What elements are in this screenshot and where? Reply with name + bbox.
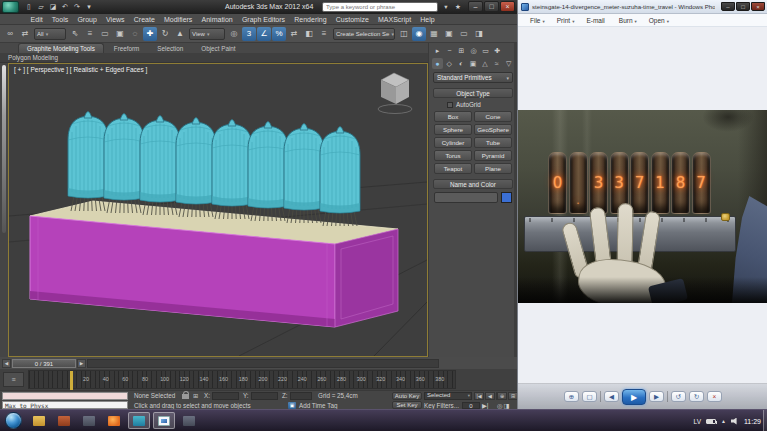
ribbon-tab[interactable]: Graphite Modeling Tools [18,43,104,53]
quick-access-icon[interactable]: ▯ [24,1,34,12]
toolbar-icon[interactable]: ∞ [3,27,17,41]
toolbar-icon[interactable]: ◎ [227,27,241,41]
menu-item[interactable]: Edit [26,16,47,23]
category-icon[interactable]: ◐ [456,58,467,69]
object-name-field[interactable] [434,192,498,203]
taskbar-item-photo-viewer[interactable] [153,412,175,429]
add-time-tag[interactable]: Add Time Tag [299,402,337,409]
show-desktop-button[interactable] [763,410,767,431]
next-button[interactable]: ▶ [649,391,664,402]
command-panel-tab-icon[interactable]: ▸ [432,45,443,56]
primitive-button[interactable]: Cylinder [434,137,472,148]
selection-lock-icon[interactable] [182,394,189,399]
primitive-button[interactable]: Tube [474,137,512,148]
infocenter-search-input[interactable] [322,2,438,12]
minimize-button[interactable]: – [468,1,483,12]
close-button[interactable]: × [751,2,765,11]
volume-icon[interactable] [731,418,739,425]
photo-viewer-menu-item[interactable]: Open▾ [643,17,675,24]
macro-recorder-field[interactable] [2,392,128,400]
x-coordinate-field[interactable] [212,392,239,400]
minimize-button[interactable]: – [721,2,735,11]
named-selection-set-dropdown[interactable]: Create Selection Se▾ [333,28,395,40]
start-button[interactable] [5,412,22,429]
toolbar-icon[interactable]: ▭ [98,27,112,41]
taskbar-item-app-2[interactable] [178,412,200,429]
menu-item[interactable]: MAXScript [373,16,415,23]
viewport-nav-button[interactable]: ◎ [497,402,503,409]
menu-item[interactable]: Animation [197,16,237,23]
toolbar-icon[interactable]: ↻ [158,27,172,41]
menu-item[interactable]: Tools [47,16,73,23]
ribbon-tab[interactable]: Object Paint [193,44,243,53]
slideshow-button[interactable]: ▶ [622,389,646,405]
infocenter-icon[interactable]: ★ [453,2,463,12]
key-filters-button[interactable]: Key Filters... [424,402,459,409]
command-panel-tab-icon[interactable]: ✚ [492,45,503,56]
rotate-cw-button[interactable]: ↻ [689,391,704,402]
absolute-mode-icon[interactable]: ⊞ [193,392,198,399]
previous-button[interactable]: ◀ [604,391,619,402]
actual-size-icon[interactable]: ▢ [582,391,597,402]
taskbar-item-media-player[interactable] [53,412,75,429]
quick-access-icon[interactable]: ▾ [84,1,94,12]
category-icon[interactable]: ▣ [468,58,479,69]
tray-expand-icon[interactable]: ▲ [721,418,726,424]
maximize-button[interactable]: □ [736,2,750,11]
next-frame-button[interactable]: ▶ [77,359,86,368]
maxscript-mini-listener[interactable]: Max to Physx [2,401,128,409]
command-panel-tab-icon[interactable]: ▭ [480,45,491,56]
z-coordinate-field[interactable] [290,392,312,400]
toolbar-icon[interactable]: ⇖ [68,27,82,41]
command-panel-tab-icon[interactable]: ⊞ [456,45,467,56]
time-slider-track[interactable] [87,359,439,368]
infocenter-icon[interactable]: ▾ [441,2,451,12]
toolbar-icon[interactable]: 3 [242,27,256,41]
menu-item[interactable]: Create [129,16,159,23]
maximize-button[interactable]: □ [484,1,499,12]
taskbar-item-3dsmax[interactable] [128,412,150,429]
toolbar-icon[interactable]: ▣ [113,27,127,41]
menu-item[interactable]: Customize [331,16,373,23]
previous-frame-button[interactable]: ◀ [2,359,11,368]
toolbar-icon[interactable]: ▣ [442,27,456,41]
toolbar-icon[interactable]: ▦ [427,27,441,41]
toolbar-icon[interactable]: ⇄ [287,27,301,41]
toolbar-icon[interactable]: ⇄ [18,27,32,41]
category-icon[interactable]: ≈ [491,58,502,69]
toolbar-icon[interactable]: ≡ [317,27,331,41]
photo-viewer-menu-item[interactable]: File▾ [524,17,551,24]
taskbar-item-firefox[interactable] [103,412,125,429]
playback-button[interactable]: ▶| [482,402,488,409]
toolbar-icon[interactable]: ▭ [457,27,471,41]
playback-button[interactable]: |◀ [474,392,484,400]
category-icon[interactable]: ▽ [503,58,514,69]
ribbon-tab[interactable]: Freeform [106,44,148,53]
viewport-label[interactable]: [ + ] [ Perspective ] [ Realistic + Edge… [14,66,147,73]
menu-item[interactable]: Help [416,16,440,23]
battery-icon[interactable] [706,419,716,424]
mini-curve-editor-button[interactable]: ≡ [3,372,24,387]
primitive-button[interactable]: Plane [474,163,512,174]
toolbar-icon[interactable]: ◫ [397,27,411,41]
menu-item[interactable]: Group [73,16,102,23]
photo-viewer-menu-item[interactable]: E-mail [580,17,612,24]
primitive-button[interactable]: Cone [474,111,512,122]
menu-item[interactable]: Modifiers [159,16,197,23]
rotate-ccw-button[interactable]: ↺ [671,391,686,402]
3dsmax-application-button[interactable] [2,1,19,13]
toolbar-icon[interactable]: % [272,27,286,41]
menu-item[interactable]: Graph Editors [237,16,289,23]
quick-access-icon[interactable]: ◪ [48,1,58,12]
primitive-button[interactable]: Teapot [434,163,472,174]
object-type-rollout-header[interactable]: Object Type [433,88,513,98]
photo-viewer-menu-item[interactable]: Burn▾ [613,17,643,24]
taskbar-item-explorer[interactable] [28,412,50,429]
menu-item[interactable]: Views [101,16,129,23]
time-slider-handle[interactable]: 0 / 391 [12,359,76,368]
name-color-rollout-header[interactable]: Name and Color [433,179,513,189]
primitive-button[interactable]: Torus [434,150,472,161]
primitive-button[interactable]: Pyramid [474,150,512,161]
timeline-ruler[interactable]: 2040608010012014016018020022024026028030… [28,370,456,389]
command-panel-tab-icon[interactable]: ◎ [468,45,479,56]
